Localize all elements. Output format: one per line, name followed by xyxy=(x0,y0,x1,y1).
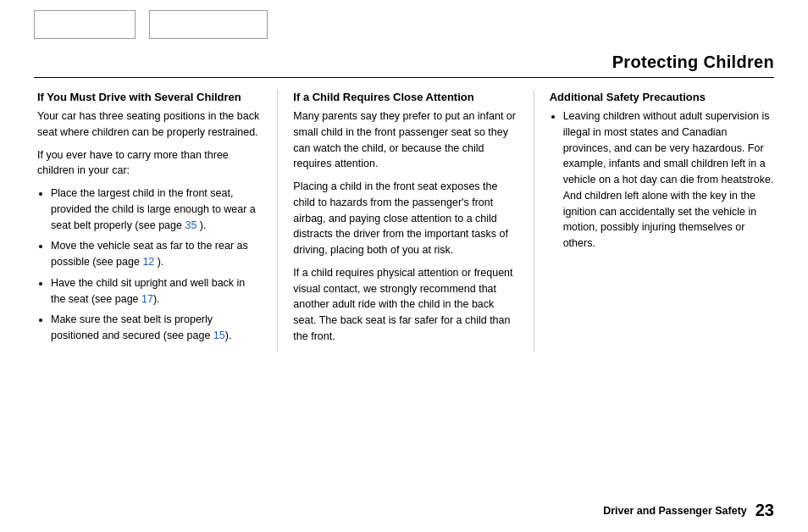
top-nav xyxy=(34,0,774,47)
col3-title: Additional Safety Precautions xyxy=(550,90,774,105)
page-title: Protecting Children xyxy=(34,47,774,75)
col3-bullet-item-1: Leaving children without adult supervisi… xyxy=(563,108,774,252)
bullet-item-2: Move the vehicle seat as far to the rear… xyxy=(51,238,262,270)
bullet-item-1: Place the largest child in the front sea… xyxy=(51,186,262,233)
bullet-text-1-after: ). xyxy=(196,219,206,231)
link-page-35[interactable]: 35 xyxy=(185,219,196,231)
page: Protecting Children If You Must Drive wi… xyxy=(0,0,808,532)
title-divider xyxy=(34,77,774,78)
col3-bullet-text: Leaving children without adult supervisi… xyxy=(563,110,774,249)
col1-bullets: Place the largest child in the front sea… xyxy=(37,186,262,344)
link-page-17[interactable]: 17 xyxy=(141,293,153,305)
column-1: If You Must Drive with Several Children … xyxy=(34,90,278,352)
nav-box-1[interactable] xyxy=(34,10,136,39)
col2-para3: If a child requires physical attention o… xyxy=(293,265,517,345)
content-area: If You Must Drive with Several Children … xyxy=(34,90,774,352)
bullet-text-4-before: Make sure the seat belt is properly posi… xyxy=(51,313,213,341)
link-page-15[interactable]: 15 xyxy=(213,330,225,341)
col1-title: If You Must Drive with Several Children xyxy=(37,90,262,105)
bullet-item-3: Have the child sit upright and well back… xyxy=(51,275,262,308)
col2-title: If a Child Requires Close Attention xyxy=(293,90,517,105)
bullet-text-3-after: ). xyxy=(153,293,160,305)
col2-para2: Placing a child in the front seat expose… xyxy=(293,179,517,258)
nav-box-2[interactable] xyxy=(149,10,268,39)
bullet-text-1-before: Place the largest child in the front sea… xyxy=(51,187,256,231)
col2-para1: Many parents say they prefer to put an i… xyxy=(293,108,517,172)
column-3: Additional Safety Precautions Leaving ch… xyxy=(534,90,774,352)
col3-bullets: Leaving children without adult supervisi… xyxy=(550,108,774,252)
col1-para2: If you ever have to carry more than thre… xyxy=(37,147,262,180)
link-page-12[interactable]: 12 xyxy=(142,256,154,268)
bullet-item-4: Make sure the seat belt is properly posi… xyxy=(51,312,262,344)
footer-page-number: 23 xyxy=(755,501,774,520)
bullet-text-2-after: ). xyxy=(154,256,163,268)
footer-section-label: Driver and Passenger Safety xyxy=(603,505,747,517)
column-2: If a Child Requires Close Attention Many… xyxy=(278,90,534,352)
footer: Driver and Passenger Safety 23 xyxy=(34,501,774,520)
bullet-text-4-after: ). xyxy=(225,330,232,341)
col1-para1: Your car has three seating positions in … xyxy=(37,108,262,141)
